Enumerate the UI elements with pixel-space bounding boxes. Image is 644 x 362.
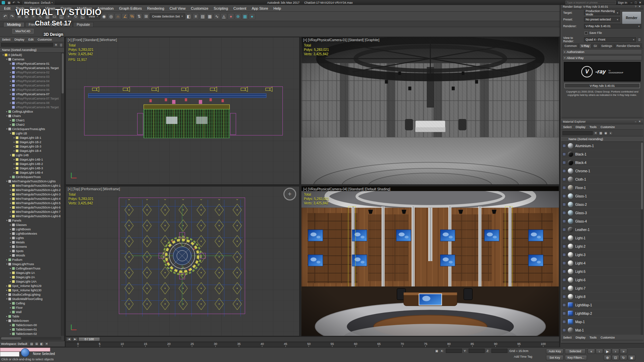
material-row[interactable]: Aluminium-1 [561, 142, 643, 150]
tree-row[interactable]: VRayPhysicalCamera-07.Target [0, 96, 61, 101]
render-button[interactable]: Render [622, 11, 641, 24]
expand-arrow-icon[interactable]: ▾ [9, 132, 12, 135]
tree-vertical-scrollbar[interactable] [61, 53, 64, 336]
tree-row[interactable]: ▸ LightBoxes [0, 227, 61, 231]
tree-row[interactable]: VRayPhysicalCamera-08.Target [0, 105, 61, 109]
close-button[interactable]: ✕ [638, 5, 642, 8]
material-row[interactable]: Cloth-1 [561, 175, 643, 184]
named-selection-set-combo[interactable]: Create Selection Set▾ [150, 13, 185, 19]
expand-arrow-icon[interactable]: ▸ [9, 215, 12, 218]
expand-arrow-icon[interactable]: ▾ [5, 319, 8, 322]
restore-button[interactable]: □ [634, 1, 638, 4]
menu-item[interactable]: Edit [1, 5, 13, 12]
time-back-button[interactable]: ◀ [66, 337, 72, 341]
clear-filter-icon[interactable]: ✕ [594, 131, 598, 135]
tree-row[interactable]: ▾ StudioWallFloorCelling [0, 297, 61, 301]
tree-row[interactable]: ▸ Spot_Volume light130 [0, 288, 61, 292]
authorization-rollout[interactable]: ▸ Authorization [562, 49, 642, 54]
tree-row[interactable]: ▾ Cameras [0, 57, 61, 61]
show-materials-icon[interactable]: ◉ [604, 131, 608, 135]
auto-key-button[interactable]: Auto Key [546, 349, 564, 354]
signin-link[interactable]: Sign In [618, 1, 627, 4]
tree-row[interactable]: ▸ MiniTraingulaTruss250cm-Light-1 [0, 183, 61, 188]
material-row[interactable]: Light-2 [561, 242, 643, 251]
tree-row[interactable]: ▸ StageLight-1B-3 [0, 144, 61, 148]
expand-arrow-icon[interactable]: ▸ [9, 276, 12, 279]
tree-row[interactable]: ▸ VRayPhysicalCamera-04 [0, 79, 61, 83]
redo-icon[interactable]: ↷ [16, 1, 20, 4]
expand-arrow-icon[interactable]: ▸ [13, 171, 16, 174]
tree-row[interactable]: ▸ MiniTraingulaTruss250cm-Light-4 [0, 196, 61, 201]
undo-icon[interactable]: ↶ [2, 13, 8, 19]
delete-icon[interactable]: ✕ [45, 342, 49, 346]
material-row[interactable]: Chrome-1 [561, 167, 643, 175]
expand-arrow-icon[interactable]: ▸ [5, 285, 8, 287]
tree-row[interactable]: ▸ MiniTraingulaTruss250cm-Light-5 [0, 201, 61, 205]
menu-item[interactable]: Customize [188, 5, 211, 12]
next-frame-button[interactable]: › [612, 349, 619, 354]
material-explorer-titlebar[interactable]: Material Explorer –✕ [561, 119, 643, 124]
tree-row[interactable]: ▸ VRayPhysicalCamera-07 [0, 92, 61, 96]
material-row[interactable]: Glass-4 [561, 217, 643, 226]
material-row[interactable]: Leather-1 [561, 226, 643, 234]
selection-lock-icon[interactable]: ▣ [435, 349, 439, 353]
expand-arrow-icon[interactable]: ▾ [5, 128, 8, 130]
expand-arrow-icon[interactable]: ▸ [9, 189, 12, 191]
close-button[interactable]: ✕ [638, 120, 642, 123]
tree-row[interactable]: ▸ Wall [0, 310, 61, 314]
go-to-start-button[interactable]: « [588, 349, 595, 354]
tree-row[interactable]: VRayPhysicalCamera-01.Target [0, 66, 61, 70]
expand-arrow-icon[interactable]: ▸ [9, 241, 12, 244]
expand-arrow-icon[interactable]: ▸ [9, 210, 12, 213]
render-setup-tab[interactable]: V-Ray [579, 44, 592, 48]
material-row[interactable]: Glass-3 [561, 209, 643, 217]
find-input[interactable] [1, 43, 53, 47]
tree-row[interactable]: ▸ StudioCellingLighting [0, 292, 61, 297]
material-menu-item[interactable]: Customize [599, 124, 617, 130]
z-field[interactable] [491, 349, 507, 353]
material-column-header[interactable]: Name (Sorted Ascending) [561, 136, 643, 142]
lock-icon[interactable]: ▯ [59, 43, 63, 47]
save-icon[interactable]: ▦ [7, 1, 11, 4]
percent-snap-icon[interactable]: % [129, 13, 135, 19]
tree-row[interactable]: ▸ Podium [0, 257, 61, 262]
render-setup-tab[interactable]: Settings [599, 44, 614, 48]
expand-arrow-icon[interactable]: ▸ [9, 193, 12, 196]
expand-arrow-icon[interactable]: ▸ [5, 315, 8, 318]
tree-row[interactable]: ▸ StageLight-14B-4 [0, 170, 61, 175]
tree-row[interactable]: ▸ StageLight-1B-1 [0, 135, 61, 140]
tree-row[interactable]: ▸ TableScreen-00 [0, 323, 61, 327]
minimize-button[interactable]: – [629, 1, 634, 4]
expand-arrow-icon[interactable]: ▾ [5, 58, 8, 61]
tree-row[interactable]: ▸ Woods [0, 253, 61, 257]
curve-editor-icon[interactable]: ∿ [214, 13, 220, 19]
menu-item[interactable]: Help [271, 5, 284, 12]
menu-item[interactable]: Graph Editors [116, 5, 145, 12]
expand-arrow-icon[interactable]: ▸ [9, 71, 12, 74]
expand-arrow-icon[interactable]: ▸ [9, 324, 12, 326]
select-and-manipulate-icon[interactable]: ◎ [108, 13, 114, 19]
menu-item[interactable]: Scripting [211, 5, 231, 12]
tree-row[interactable]: ▸ Lights [0, 236, 61, 240]
maxtoc4d-tab[interactable]: MaxToC4D [12, 29, 34, 34]
thumbnail-view-icon[interactable]: ▦ [599, 131, 603, 135]
material-row[interactable]: Light-1 [561, 234, 643, 242]
tree-row[interactable]: ▸ Spots [0, 249, 61, 253]
tree-row[interactable]: ▾ Panels [0, 218, 61, 223]
view-to-render-dropdown[interactable]: Quad 4 - Front▾ [584, 37, 636, 42]
tree-row[interactable]: ▸ VRayPhysicalCamera-02 [0, 70, 61, 74]
set-key-button[interactable]: Set Key [546, 355, 564, 360]
material-row[interactable]: Glass-2 [561, 200, 643, 209]
expand-arrow-icon[interactable]: ▸ [5, 293, 8, 296]
expand-arrow-icon[interactable]: ▸ [9, 232, 12, 235]
track-bar[interactable]: 0510152025303540455055606570758085909510… [65, 342, 559, 347]
expand-arrow-icon[interactable]: ▸ [13, 167, 16, 170]
expand-arrow-icon[interactable]: ▸ [13, 145, 16, 148]
expand-arrow-icon[interactable]: ▸ [13, 158, 16, 161]
expand-arrow-icon[interactable]: ▸ [9, 228, 12, 231]
tree-row[interactable]: ▸ MiniTraingulaTruss250cm-Light-2 [0, 188, 61, 192]
expand-arrow-icon[interactable]: ▸ [9, 93, 12, 96]
viewport-camera-graphite[interactable]: [+] [VRayPhysicalCamera-01] [Standard] [… [301, 37, 559, 185]
expand-arrow-icon[interactable]: ▸ [9, 176, 12, 178]
expand-arrow-icon[interactable]: ▾ [5, 219, 8, 222]
